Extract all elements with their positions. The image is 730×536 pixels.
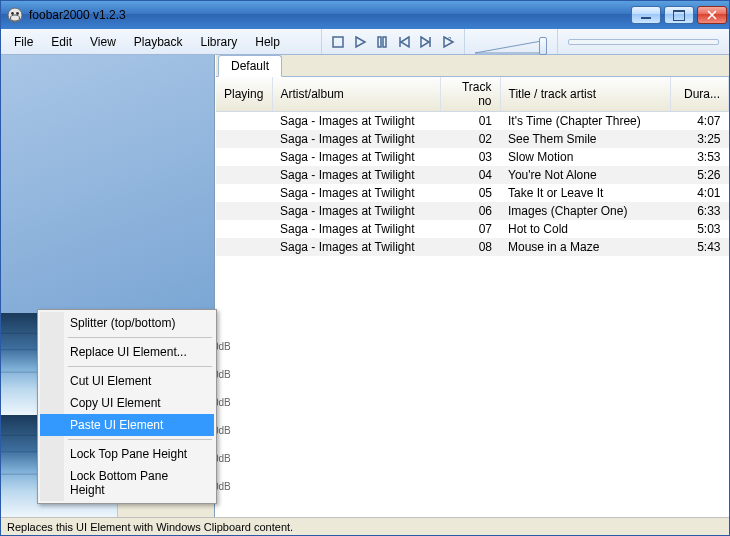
menu-help[interactable]: Help	[246, 31, 289, 53]
main-menu: FileEditViewPlaybackLibraryHelp	[1, 29, 293, 54]
window-title: foobar2000 v1.2.3	[29, 8, 631, 22]
context-menu-separator	[68, 337, 212, 338]
stop-button[interactable]	[328, 32, 348, 52]
table-row[interactable]: Saga - Images at Twilight02See Them Smil…	[216, 130, 729, 148]
playback-toolbar: ?	[321, 29, 465, 54]
table-row[interactable]: Saga - Images at Twilight01It's Time (Ch…	[216, 112, 729, 131]
table-row[interactable]: Saga - Images at Twilight03Slow Motion3:…	[216, 148, 729, 166]
seek-bar[interactable]	[558, 29, 729, 54]
col-title[interactable]: Title / track artist	[500, 77, 671, 112]
menu-file[interactable]: File	[5, 31, 42, 53]
menu-view[interactable]: View	[81, 31, 125, 53]
svg-rect-6	[383, 37, 386, 47]
album-art-pane[interactable]	[1, 55, 214, 313]
col-artist[interactable]: Artist/album	[272, 77, 440, 112]
status-bar: Replaces this UI Element with Windows Cl…	[1, 517, 729, 536]
col-playing[interactable]: Playing	[216, 77, 272, 112]
playlist-tabstrip: Default	[216, 55, 729, 77]
play-button[interactable]	[350, 32, 370, 52]
svg-rect-4	[333, 37, 343, 47]
svg-point-1	[11, 12, 14, 15]
prev-button[interactable]	[394, 32, 414, 52]
maximize-button[interactable]	[664, 6, 694, 24]
title-bar: foobar2000 v1.2.3	[1, 1, 729, 29]
table-row[interactable]: Saga - Images at Twilight05Take It or Le…	[216, 184, 729, 202]
volume-slider[interactable]	[465, 29, 558, 54]
context-menu-item[interactable]: Paste UI Element	[40, 414, 214, 436]
svg-rect-5	[378, 37, 381, 47]
table-row[interactable]: Saga - Images at Twilight06Images (Chapt…	[216, 202, 729, 220]
menu-library[interactable]: Library	[192, 31, 247, 53]
context-menu-separator	[68, 439, 212, 440]
random-button[interactable]: ?	[438, 32, 458, 52]
col-trackno[interactable]: Track no	[440, 77, 500, 112]
tab-default[interactable]: Default	[218, 55, 282, 77]
context-menu-item[interactable]: Splitter (top/bottom)	[40, 312, 214, 334]
col-dur[interactable]: Dura...	[671, 77, 729, 112]
table-row[interactable]: Saga - Images at Twilight07Hot to Cold5:…	[216, 220, 729, 238]
svg-point-2	[16, 12, 19, 15]
context-menu-item[interactable]: Replace UI Element...	[40, 341, 214, 363]
table-row[interactable]: Saga - Images at Twilight08Mouse in a Ma…	[216, 238, 729, 256]
playlist-view[interactable]: Playing Artist/album Track no Title / tr…	[216, 77, 729, 517]
menu-edit[interactable]: Edit	[42, 31, 81, 53]
context-menu-separator	[68, 366, 212, 367]
minimize-button[interactable]	[631, 6, 661, 24]
context-menu-item[interactable]: Lock Bottom Pane Height	[40, 465, 214, 501]
context-menu-item[interactable]: Lock Top Pane Height	[40, 443, 214, 465]
context-menu-item[interactable]: Cut UI Element	[40, 370, 214, 392]
close-button[interactable]	[697, 6, 727, 24]
context-menu-item[interactable]: Copy UI Element	[40, 392, 214, 414]
pause-button[interactable]	[372, 32, 392, 52]
next-button[interactable]	[416, 32, 436, 52]
menu-playback[interactable]: Playback	[125, 31, 192, 53]
volume-thumb[interactable]	[539, 37, 547, 55]
table-row[interactable]: Saga - Images at Twilight04You're Not Al…	[216, 166, 729, 184]
menu-bar: FileEditViewPlaybackLibraryHelp ?	[1, 29, 729, 55]
context-menu: Splitter (top/bottom)Replace UI Element.…	[37, 309, 217, 504]
app-icon	[7, 7, 23, 23]
